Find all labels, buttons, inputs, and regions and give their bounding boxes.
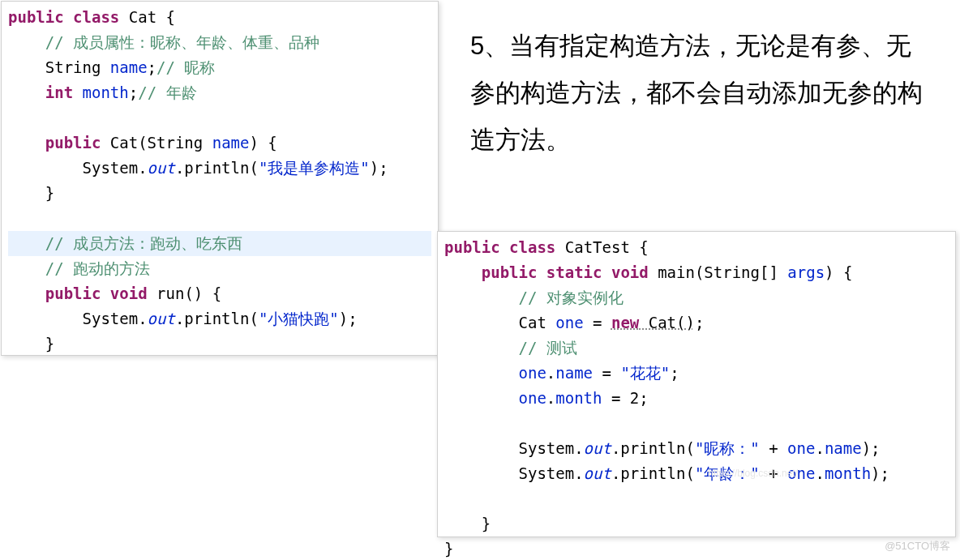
comment-run: // 跑动的方法 [45, 259, 150, 277]
watermark-51cto: @51CTO博客 [885, 539, 950, 554]
main-sig: main(String[] [649, 263, 788, 281]
println: .println( [175, 159, 259, 177]
keyword-int: int [45, 83, 73, 101]
field-month: month [555, 389, 602, 407]
comment-attrs: // 成员属性：昵称、年龄、体重、品种 [45, 33, 319, 51]
plus: + [760, 439, 787, 457]
system: System. [519, 439, 584, 457]
code-panel-cat: public class Cat { // 成员属性：昵称、年龄、体重、品种 S… [1, 1, 439, 356]
eq: = [584, 314, 611, 331]
keyword-class: class [509, 238, 555, 256]
class-name: Cat [129, 8, 156, 26]
ctor-call: Cat() [639, 314, 695, 331]
keyword-public: public [45, 284, 101, 302]
field-month: month [825, 464, 871, 482]
system: System. [83, 310, 148, 327]
brace-close: } [45, 184, 54, 202]
comment-instantiate: // 对象实例化 [519, 289, 624, 306]
semi: ; [639, 389, 648, 407]
semi: ; [148, 58, 156, 76]
println: .println( [175, 310, 259, 327]
brace: { [630, 238, 649, 256]
stmt-end: ); [862, 439, 881, 457]
type-string: String [45, 58, 101, 76]
var-one: one [519, 389, 546, 407]
stmt-end: ); [871, 464, 889, 482]
system: System. [519, 464, 584, 482]
semi: ; [695, 314, 704, 331]
var-one: one [555, 314, 583, 331]
string-literal: "花花" [620, 364, 670, 382]
dot: . [815, 464, 824, 482]
class-name: CatTest [565, 238, 630, 256]
string-literal: "我是单参构造" [259, 159, 370, 177]
field-name: name [555, 364, 593, 382]
eq: = [602, 389, 630, 407]
num-literal: 2 [630, 389, 639, 407]
stmt-end: ); [370, 159, 388, 177]
var-one: one [787, 439, 815, 457]
brace-close: } [482, 515, 491, 532]
dot: . [815, 439, 824, 457]
method-run: run() { [148, 284, 222, 302]
dot: . [546, 389, 555, 407]
highlighted-line: // 成员方法：跑动、吃东西 [8, 231, 431, 256]
keyword-new: new [611, 314, 639, 331]
out-field: out [584, 464, 611, 482]
brace-close: } [444, 540, 453, 558]
note-text: 5、当有指定构造方法，无论是有参、无参的构造方法，都不会自动添加无参的构造方法。 [470, 23, 924, 164]
field-month: month [73, 83, 129, 101]
keyword-public: public [8, 8, 64, 26]
println: .println( [611, 439, 695, 457]
comment-test: // 测试 [519, 339, 577, 357]
out-field: out [584, 439, 611, 457]
field-name: name [101, 58, 147, 76]
keyword-public: public [444, 238, 500, 256]
println: .println( [611, 464, 695, 482]
out-field: out [148, 159, 175, 177]
semi: ; [670, 364, 679, 382]
comment-nickname: // 昵称 [156, 58, 215, 76]
keyword-public: public [482, 263, 538, 281]
dot: . [546, 364, 555, 382]
type-cat: Cat [519, 314, 556, 331]
comment-methods: // 成员方法：跑动、吃东西 [45, 234, 242, 252]
stmt-end: ); [339, 310, 358, 327]
string-literal: "昵称：" [695, 439, 760, 457]
brace: { [156, 8, 175, 26]
keyword-void: void [611, 263, 649, 281]
code-panel-cattest: public class CatTest { public static voi… [437, 231, 956, 537]
watermark-csdn: https://blog.csdn.net/ [708, 468, 798, 479]
string-literal: "小猫快跑" [259, 310, 339, 327]
out-field: out [148, 310, 175, 327]
comment-age: // 年龄 [138, 83, 196, 101]
field-name: name [825, 439, 862, 457]
ctor-sig: Cat(String [101, 134, 212, 152]
brace-close: } [45, 335, 54, 353]
param-args: args [787, 263, 825, 281]
param-name: name [212, 134, 250, 152]
keyword-class: class [73, 8, 119, 26]
keyword-void: void [110, 284, 148, 302]
close-paren: ) { [249, 134, 276, 152]
var-one: one [519, 364, 546, 382]
close-paren: ) { [825, 263, 852, 281]
eq: = [593, 364, 620, 382]
keyword-public: public [45, 134, 101, 152]
system: System. [83, 159, 148, 177]
semi: ; [129, 83, 138, 101]
keyword-static: static [546, 263, 602, 281]
